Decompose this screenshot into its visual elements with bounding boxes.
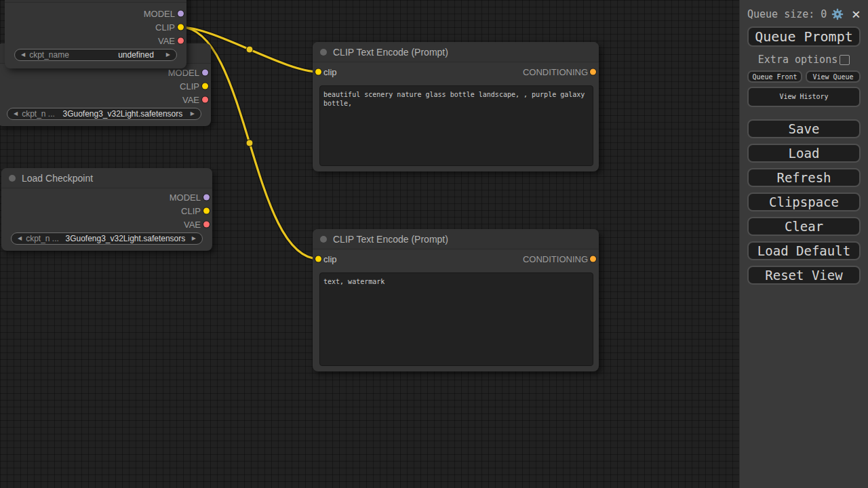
node-title-bar[interactable]: CLIP Text Encode (Prompt) [313, 229, 599, 249]
queue-size-label: Queue size: 0 [747, 8, 827, 20]
negative-prompt-textarea[interactable]: text, watermark [319, 272, 593, 366]
model-output-port[interactable] [202, 70, 208, 76]
load-checkpoint-node[interactable]: Load Checkpoint MODEL CLIP VAE ◀ ckpt_n … [1, 168, 212, 251]
close-icon[interactable]: × [852, 8, 861, 20]
output-slot-label: MODEL [170, 192, 201, 203]
output-slot-label: CONDITIONING [523, 254, 588, 264]
slot-row: clip CONDITIONING [313, 65, 599, 79]
vae-output-port[interactable] [202, 97, 208, 103]
clip-output-port[interactable] [202, 83, 208, 89]
ckpt-name-widget[interactable]: ◀ ckpt_name undefined ▶ [14, 49, 177, 61]
extra-options-label: Extra options [758, 54, 837, 66]
view-history-row: View History [747, 87, 861, 107]
output-slot-model: MODEL [1, 190, 212, 204]
output-slot-vae: VAE [5, 34, 186, 47]
widget-prev-icon[interactable]: ◀ [14, 111, 18, 117]
ckpt-name-widget[interactable]: ◀ ckpt_n ... 3Guofeng3_v32Light.safetens… [11, 232, 203, 245]
node-collapse-dot[interactable] [320, 49, 327, 56]
output-slot-vae: VAE [0, 93, 211, 106]
widget-value: undefined [73, 50, 162, 60]
output-slot-label: VAE [158, 36, 175, 46]
reset-view-button[interactable]: Reset View [747, 266, 861, 285]
output-slot-clip: CLIP [0, 79, 211, 93]
output-slot-vae: VAE [1, 218, 212, 231]
widget-name: ckpt_n ... [26, 234, 59, 243]
widget-prev-icon[interactable]: ◀ [21, 52, 25, 58]
output-slot-label: VAE [184, 220, 201, 230]
node-title-bar[interactable]: Load Checkpoint [1, 168, 212, 188]
settings-gear-icon[interactable] [831, 8, 844, 20]
node-collapse-dot[interactable] [9, 175, 16, 182]
view-history-button[interactable]: View History [747, 87, 861, 107]
conditioning-output-port[interactable] [590, 69, 596, 75]
widget-value: 3Guofeng3_v32Light.safetensors [63, 234, 188, 243]
view-queue-button[interactable]: View Queue [806, 70, 861, 83]
model-output-port[interactable] [203, 195, 210, 201]
widget-next-icon[interactable]: ▶ [192, 236, 196, 241]
output-slot-model: MODEL [5, 7, 186, 20]
output-slot-label: VAE [182, 95, 199, 105]
queue-front-button[interactable]: Queue Front [747, 70, 802, 83]
clip-text-encode-negative-node[interactable]: CLIP Text Encode (Prompt) clip CONDITION… [313, 229, 599, 371]
slot-row: clip CONDITIONING [313, 252, 599, 266]
widget-next-icon[interactable]: ▶ [191, 111, 195, 117]
clear-button[interactable]: Clear [747, 217, 861, 236]
widget-next-icon[interactable]: ▶ [166, 52, 170, 58]
checkpoint-loader-node-top[interactable]: MODEL CLIP VAE ◀ ckpt_name undefined ▶ [5, 0, 186, 68]
output-slot-label: MODEL [144, 9, 175, 19]
clip-text-encode-positive-node[interactable]: CLIP Text Encode (Prompt) clip CONDITION… [313, 42, 599, 171]
widget-value: 3Guofeng3_v32Light.safetensors [59, 109, 186, 119]
load-default-button[interactable]: Load Default [747, 241, 861, 260]
vae-output-port[interactable] [178, 38, 184, 44]
output-slot-label: CLIP [180, 81, 199, 92]
queue-prompt-button[interactable]: Queue Prompt [747, 26, 861, 47]
node-title: CLIP Text Encode (Prompt) [333, 234, 448, 245]
refresh-button[interactable]: Refresh [747, 168, 861, 187]
extra-options-checkbox[interactable] [840, 55, 850, 65]
load-button[interactable]: Load [747, 144, 861, 163]
node-title-bar[interactable]: CLIP Text Encode (Prompt) [313, 42, 599, 62]
node-title-bar[interactable] [5, 0, 186, 3]
positive-prompt-textarea[interactable]: beautiful scenery nature glass bottle la… [319, 85, 593, 166]
clip-input-port[interactable] [315, 69, 321, 75]
conditioning-output-port[interactable] [590, 256, 596, 262]
clip-input-port[interactable] [315, 256, 321, 262]
queue-size-row: Queue size: 0 × [747, 7, 861, 21]
output-slot-clip: CLIP [1, 204, 212, 218]
node-collapse-dot[interactable] [320, 236, 327, 243]
output-slot-label: CLIP [155, 22, 175, 33]
save-button[interactable]: Save [747, 119, 861, 138]
clip-output-port[interactable] [178, 24, 184, 30]
input-slot-label: clip [323, 67, 337, 77]
node-title: Load Checkpoint [22, 173, 93, 184]
model-output-port[interactable] [178, 11, 184, 17]
input-slot-label: clip [323, 254, 337, 264]
widget-name: ckpt_name [29, 50, 69, 60]
output-slot-label: CONDITIONING [523, 67, 588, 77]
ckpt-name-widget[interactable]: ◀ ckpt_n ... 3Guofeng3_v32Light.safetens… [7, 108, 201, 120]
queue-buttons-row: Queue Front View Queue [747, 70, 861, 83]
output-slot-label: MODEL [168, 68, 199, 78]
wire-midpoint-dot[interactable] [246, 46, 253, 53]
vae-output-port[interactable] [203, 222, 210, 228]
clipspace-button[interactable]: Clipspace [747, 192, 861, 211]
widget-prev-icon[interactable]: ◀ [18, 236, 22, 241]
widget-name: ckpt_n ... [22, 109, 55, 119]
node-editor-canvas[interactable]: MODEL CLIP VAE ◀ ckpt_n ... 3Guofeng3_v3… [0, 0, 868, 488]
node-title: CLIP Text Encode (Prompt) [333, 47, 448, 58]
extra-options-row: Extra options [747, 54, 861, 66]
output-slot-clip: CLIP [5, 20, 186, 34]
wire-midpoint-dot[interactable] [246, 140, 253, 146]
output-slot-label: CLIP [181, 206, 201, 216]
comfy-menu-panel: Queue size: 0 × Queue Prompt Ext [739, 0, 868, 488]
clip-output-port[interactable] [203, 208, 210, 214]
